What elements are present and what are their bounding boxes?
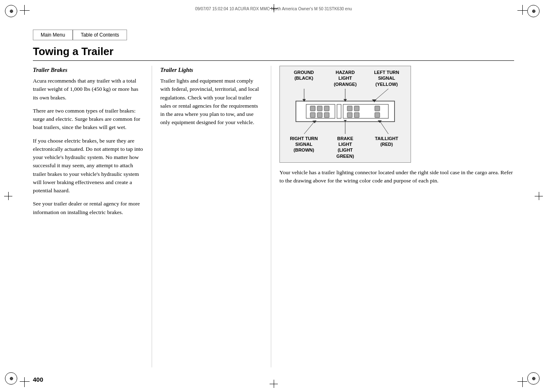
trailer-brakes-para-1: Acura recommends that any trailer with a… (33, 77, 143, 102)
page-title: Towing a Trailer (33, 45, 514, 61)
wiring-bottom-labels: RIGHT TURNSIGNAL(BROWN) BRAKELIGHT(LIGHT… (283, 136, 407, 159)
svg-rect-13 (347, 113, 352, 118)
ground-label: GROUND(BLACK) (283, 69, 325, 87)
svg-rect-4 (310, 106, 315, 111)
crop-mark (24, 377, 25, 387)
svg-rect-7 (347, 106, 352, 111)
page-number: 400 (33, 376, 43, 383)
page-container: 09/07/07 15:02:04 10 ACURA RDX MMC North… (0, 0, 547, 392)
svg-rect-6 (324, 106, 329, 111)
main-content: Trailer Brakes Acura recommends that any… (33, 66, 514, 367)
svg-rect-11 (317, 113, 322, 118)
svg-rect-9 (375, 106, 380, 111)
trailer-brakes-para-2: There are two common types of trailer br… (33, 107, 143, 132)
corner-decoration-br: ⊕ (527, 372, 542, 387)
wiring-diagram: GROUND(BLACK) HAZARDLIGHT(ORANGE) LEFT T… (279, 66, 411, 163)
wiring-body-text: Your vehicle has a trailer lighting conn… (279, 168, 514, 185)
crop-mark (20, 381, 30, 382)
svg-rect-5 (317, 106, 322, 111)
left-turn-label: LEFT TURNSIGNAL(YELLOW) (366, 69, 407, 87)
table-of-contents-button[interactable]: Table of Contents (73, 30, 127, 40)
brake-light-label: BRAKELIGHT(LIGHTGREEN) (325, 136, 366, 159)
svg-rect-15 (375, 113, 380, 118)
corner-decoration-bl: ⊕ (5, 372, 20, 387)
crop-mark (24, 5, 25, 15)
trailer-brakes-column: Trailer Brakes Acura recommends that any… (33, 66, 152, 367)
svg-rect-2 (337, 104, 341, 118)
hazard-label: HAZARDLIGHT(ORANGE) (325, 69, 366, 87)
svg-rect-10 (310, 113, 315, 118)
trailer-brakes-para-3: If you choose electric brakes, be sure t… (33, 137, 143, 195)
main-menu-button[interactable]: Main Menu (33, 30, 72, 40)
crosshair-top (270, 4, 278, 12)
trailer-lights-title: Trailer Lights (160, 66, 263, 74)
crosshair-bottom (270, 380, 278, 388)
trailer-brakes-title: Trailer Brakes (33, 66, 143, 74)
svg-rect-12 (324, 113, 329, 118)
connector-svg-area (283, 89, 407, 134)
reg-mark-bl: ⊕ (5, 372, 17, 385)
svg-rect-8 (354, 106, 359, 111)
crosshair-right (535, 192, 543, 200)
crosshair-left (4, 192, 12, 200)
svg-line-22 (304, 122, 314, 134)
crop-mark (522, 377, 523, 387)
crop-mark (20, 10, 30, 11)
wiring-diagram-column: GROUND(BLACK) HAZARDLIGHT(ORANGE) LEFT T… (271, 66, 514, 367)
crop-mark (522, 5, 523, 15)
wiring-top-labels: GROUND(BLACK) HAZARDLIGHT(ORANGE) LEFT T… (283, 69, 407, 87)
nav-buttons: Main Menu Table of Contents (33, 30, 127, 40)
reg-mark-tl: ⊕ (5, 5, 17, 17)
reg-mark-tr: ⊕ (527, 5, 540, 17)
trailer-brakes-para-4: See your trailer dealer or rental agency… (33, 200, 143, 217)
svg-rect-14 (354, 113, 359, 118)
connector-diagram-svg (284, 89, 407, 134)
reg-mark-br: ⊕ (527, 372, 540, 385)
svg-line-26 (380, 122, 388, 134)
right-turn-label: RIGHT TURNSIGNAL(BROWN) (283, 136, 325, 159)
corner-decoration-tr: ⊕ (527, 5, 542, 20)
trailer-lights-column: Trailer Lights Trailer lights and equipm… (152, 66, 271, 367)
corner-decoration-tl: ⊕ (5, 5, 20, 20)
svg-line-20 (374, 89, 388, 101)
taillight-label: TAILLIGHT(RED) (366, 136, 407, 159)
trailer-lights-para-1: Trailer lights and equipment must comply… (160, 77, 263, 127)
